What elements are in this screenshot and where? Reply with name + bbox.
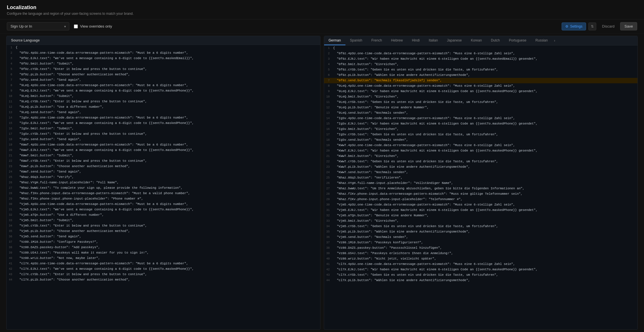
line-content: "Vz80.wrLU.button": "Not now, maybe late…: [16, 256, 320, 261]
line-number: 38: [324, 245, 333, 251]
table-row: 13 "9LeQ.send.button": "Nochmals senden"…: [324, 110, 638, 116]
line-number: 9: [7, 88, 16, 94]
swap-icon-button[interactable]: ⇅: [588, 22, 596, 30]
line-content: "0f9z.EJkJ.text": "We've sent a message …: [16, 56, 320, 61]
translation-panel: GermanSpanishFrenchHebrewHindiItalianJap…: [324, 36, 638, 330]
line-content: "IgSv.cYSb.text": "Geben Sie es unten ei…: [333, 132, 638, 137]
tab-italian[interactable]: Italian: [424, 36, 442, 45]
tab-russian[interactable]: Russian: [531, 36, 552, 45]
table-row: 20 "KWwT.EJkJ.text": "Wir haben eine Nac…: [324, 148, 638, 153]
line-number: 40: [7, 256, 16, 261]
line-number: 20: [7, 148, 16, 153]
table-row: 37 "Vz80.1Mi0.button": "Passkeys konfigu…: [324, 240, 638, 245]
line-content: "Nhaz.bwWU.text": "Um Ihre Anmeldung abz…: [333, 186, 638, 191]
line-number: 11: [7, 99, 16, 104]
table-row: 5 "0f9z.cYSb.text": "Geben Sie es unten …: [324, 67, 638, 72]
table-row: 17 "IgSv.cYSb.text": "Enter it below and…: [7, 131, 320, 137]
line-content: "0f9z.cYSb.text": "Enter it below and pr…: [16, 67, 320, 72]
tab-scroll-right-button[interactable]: ›: [552, 36, 557, 45]
line-number: 17: [324, 132, 333, 137]
table-row: 35 "Vjm5.pLib.button": "Choose another a…: [7, 229, 320, 234]
line-number: 15: [7, 121, 16, 126]
table-row: 12 "9LeQ.pLib.button": "Use a different …: [7, 104, 320, 110]
table-row: 44 "cl7X.pLib.button": "Wählen Sie eine …: [324, 278, 638, 283]
table-row: 32 "Vjm5.aTQn.button": "Benutze eine and…: [324, 213, 638, 218]
tab-korean[interactable]: Korean: [466, 36, 486, 45]
discard-button[interactable]: Discard: [599, 22, 618, 30]
table-row: 36 "Vjm5.send.button": "Send again",: [7, 234, 320, 239]
table-row: 36 "Vjm5.send.button": "Nochmals senden"…: [324, 235, 638, 240]
overrides-checkbox[interactable]: [74, 24, 78, 28]
line-number: 3: [324, 56, 333, 62]
tab-hindi[interactable]: Hindi: [407, 36, 424, 45]
line-content: "IgSv.EJkJ.text": "We've sent a message …: [16, 121, 320, 126]
tab-japanese[interactable]: Japanese: [442, 36, 466, 45]
line-content: "0f9z.4pSU.one-time-code.data-errormessa…: [333, 51, 638, 56]
table-row: 8 "9LeQ.4pSU.one-time-code.data-errormes…: [7, 83, 320, 88]
line-content: "IgSv.cYSb.text": "Enter it below and pr…: [16, 131, 320, 137]
main-content: Source Language 1{2 "0f9z.4pSU.one-time-…: [0, 34, 644, 332]
line-content: "Vz80.1Mi0.button": "Configure Passkeys?…: [16, 239, 320, 245]
line-content: "9LeQ.EJkJ.text": "Wir haben eine Nachri…: [333, 89, 638, 94]
line-content: "Vjm5.pLib.button": "Wählen Sie eine and…: [333, 229, 638, 235]
line-content: "IgSv.bmit.button": "Submit",: [16, 126, 320, 131]
tab-portuguese[interactable]: Portuguese: [504, 36, 531, 45]
tab-dutch[interactable]: Dutch: [486, 36, 504, 45]
line-number: 15: [324, 121, 333, 126]
tab-spanish[interactable]: Spanish: [345, 36, 367, 45]
screen-selector[interactable]: Sign Up or InSign InSign Up: [7, 22, 69, 30]
source-panel: Source Language 1{2 "0f9z.4pSU.one-time-…: [6, 36, 320, 330]
settings-button[interactable]: ⚙ Settings: [562, 22, 586, 30]
line-content: "Vjm5.cYSb.text": "Geben Sie es unten ei…: [333, 224, 638, 229]
line-number: 30: [7, 202, 16, 207]
table-row: 10 "9LeQ.bmit.button": "Einreichen",: [324, 94, 638, 99]
line-number: 44: [324, 278, 333, 283]
save-button[interactable]: Save: [620, 22, 637, 30]
line-content: "cl7X.cYSb.text": "Enter it below and pr…: [16, 272, 320, 277]
line-content: "Nhaz.VYgH.full-name-input.placeholder":…: [333, 180, 638, 186]
line-number: 37: [7, 239, 16, 245]
line-number: 30: [324, 202, 333, 208]
line-content: "9LeQ.cYSb.text": "Enter it below and pr…: [16, 99, 320, 104]
line-content: "9LeQ.pLib.button": "Use a different num…: [16, 104, 320, 110]
table-row: 19 "KWwT.4pSU.one-time-code.data-errorme…: [7, 142, 320, 148]
table-row: 6 "0f9z.pLib.button": "Choose another au…: [7, 72, 320, 77]
table-row: 7 "0f9z.send.button": "Send again",: [7, 77, 320, 83]
line-content: "Vjm5.EJkJ.text": "Wir haben eine Nachri…: [333, 208, 638, 213]
line-number: 7: [324, 78, 333, 83]
source-code-area[interactable]: 1{2 "0f9z.4pSU.one-time-code.data-errorm…: [7, 45, 320, 329]
tab-german[interactable]: German: [324, 36, 345, 45]
line-number: 18: [7, 137, 16, 142]
line-number: 23: [7, 164, 16, 169]
table-row: 43 "cl7X.cYSb.text": "Geben Sie es unten…: [324, 272, 638, 278]
table-row: 15 "IgSv.EJkJ.text": "Wir haben eine Nac…: [324, 121, 638, 126]
line-number: 5: [324, 67, 333, 72]
table-row: 11 "9LeQ.cYSb.text": "Geben Sie es unten…: [324, 99, 638, 105]
table-row: 3 "0f9z.EJkJ.text": "Wir haben eine Nach…: [324, 56, 638, 62]
line-content: "cl7X.4pSU.one-time-code.data-errormessa…: [333, 262, 638, 267]
table-row: 12 "9LeQ.pLib.button": "Benutze eine and…: [324, 105, 638, 110]
line-content: "cl7X.pLib.button": "Choose another auth…: [16, 277, 320, 283]
table-row: 37 "Vz80.1Mi0.button": "Configure Passke…: [7, 239, 320, 245]
line-content: "Vjm5.send.button": "Nochmals senden",: [333, 235, 638, 240]
tab-french[interactable]: French: [367, 36, 386, 45]
line-content: "9LeQ.send.button": "Nochmals senden",: [333, 110, 638, 116]
table-row: 13 "9LeQ.send.button": "Send again",: [7, 110, 320, 115]
line-content: "Vz80.1Mi0.button": "Passkeys konfigurie…: [333, 240, 638, 245]
table-row: 38 "Vz80.DAZS.passkey-button": "Passssch…: [324, 245, 638, 251]
tab-hebrew[interactable]: Hebrew: [387, 36, 407, 45]
line-number: 34: [324, 224, 333, 229]
line-content: "Vjm5.pLib.button": "Choose another auth…: [16, 229, 320, 234]
line-number: 13: [324, 110, 333, 116]
table-row: 26 "Nhaz.VYgH.full-name-input.placeholde…: [7, 180, 320, 185]
line-content: "Vjm5.EJkJ.text": "We've sent a message …: [16, 207, 320, 212]
table-row: 21 "KWwT.bmit.button": "Einreichen",: [324, 153, 638, 159]
line-number: 4: [7, 61, 16, 67]
table-row: 1{: [324, 45, 638, 51]
line-number: 27: [7, 185, 16, 191]
gear-icon: ⚙: [565, 24, 568, 28]
line-content: "KWwT.4pSU.one-time-code.data-errormessa…: [333, 143, 638, 148]
line-number: 17: [7, 131, 16, 137]
line-content: "9LeQ.bmit.button": "Einreichen",: [333, 94, 638, 99]
translation-code-area[interactable]: 1{2 "0f9z.4pSU.one-time-code.data-errorm…: [324, 45, 638, 329]
